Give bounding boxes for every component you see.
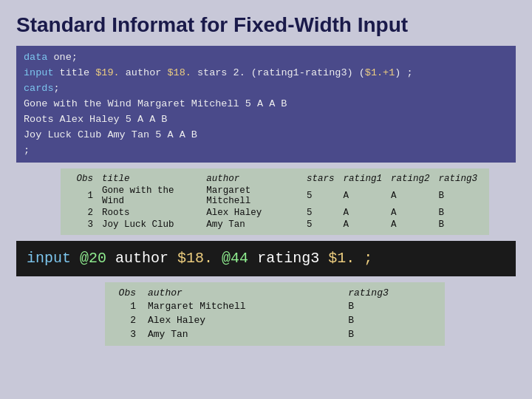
table1-cell: Alex Haley <box>202 207 302 219</box>
input-author-label: author <box>115 250 177 267</box>
code-line1-rest: one; <box>47 52 78 63</box>
data-row3: Joy Luck Club Amy Tan 5 A A B <box>24 129 197 140</box>
input-at1: @20 <box>80 250 106 267</box>
slide: Standard Informat for Fixed-Width Input … <box>0 0 532 399</box>
col-author: author <box>202 173 302 185</box>
table1-cell: 5 <box>302 207 339 219</box>
table2-cell: B <box>342 327 437 341</box>
table1-cell: B <box>434 219 482 231</box>
code-end: ; <box>24 145 30 156</box>
table2-cell: Amy Tan <box>142 327 342 341</box>
table1-cell: Margaret Mitchell <box>202 185 302 207</box>
code-block-1: data one; input title $19. author $18. s… <box>16 46 516 163</box>
input-at2: @44 <box>222 250 248 267</box>
col-obs-2: Obs <box>112 287 142 299</box>
col-rating3-2: rating3 <box>342 287 437 299</box>
input-kw: input <box>27 250 71 267</box>
table2-cell: 3 <box>112 327 142 341</box>
output-table-1: Obs title author stars rating1 rating2 r… <box>61 168 489 235</box>
col-author-2: author <box>142 287 342 299</box>
data-row2: Roots Alex Haley 5 A A B <box>24 114 167 125</box>
table1-cell: A <box>338 185 386 207</box>
table2-cell: 1 <box>112 299 142 313</box>
input-line-display: input @20 author $18. @44 rating3 $1. ; <box>16 241 516 276</box>
table2-cell: Margaret Mitchell <box>142 299 342 313</box>
kw-input: input <box>24 67 54 78</box>
table1-cell: 1 <box>68 185 98 207</box>
table1-cell: 5 <box>302 185 339 207</box>
table1-cell: A <box>386 219 434 231</box>
input-rating3-label: rating3 <box>257 250 328 267</box>
col-obs-1: Obs <box>68 173 98 185</box>
table1-cell: Joy Luck Club <box>98 219 202 231</box>
col-title: title <box>98 173 202 185</box>
table1-cell: A <box>386 185 434 207</box>
table1-cell: 5 <box>302 219 339 231</box>
table1-cell: Roots <box>98 207 202 219</box>
table2-cell: B <box>342 313 437 327</box>
col-rating2: rating2 <box>386 173 434 185</box>
kw-cards: cards <box>24 83 54 94</box>
input-dol2: $1. ; <box>328 250 372 267</box>
table1-cell: Gone with the Wind <box>98 185 202 207</box>
col-stars: stars <box>302 173 339 185</box>
table1-cell: 3 <box>68 219 98 231</box>
col-rating1: rating1 <box>338 173 386 185</box>
input-dol1: $18. <box>177 250 213 267</box>
table1-cell: B <box>434 207 482 219</box>
table1-cell: 2 <box>68 207 98 219</box>
table1-cell: B <box>434 185 482 207</box>
slide-title: Standard Informat for Fixed-Width Input <box>16 13 516 37</box>
kw-data: data <box>24 52 47 63</box>
col-rating3: rating3 <box>434 173 482 185</box>
table2-cell: B <box>342 299 437 313</box>
table1-cell: A <box>338 219 386 231</box>
table1-cell: A <box>386 207 434 219</box>
data-row1: Gone with the Wind Margaret Mitchell 5 A… <box>24 98 287 109</box>
table1-cell: A <box>338 207 386 219</box>
code-line2-rest: title $19. author $18. stars 2. (rating1… <box>54 67 413 78</box>
table2-cell: Alex Haley <box>142 313 342 327</box>
output-table-2: Obs author rating3 1Margaret MitchellB2A… <box>105 282 445 346</box>
table2-cell: 2 <box>112 313 142 327</box>
table1-cell: Amy Tan <box>202 219 302 231</box>
